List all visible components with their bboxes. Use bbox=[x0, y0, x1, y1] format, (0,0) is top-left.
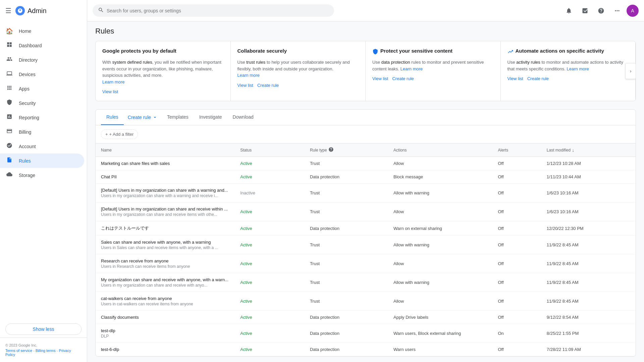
sidebar-item-label: Security bbox=[19, 101, 36, 106]
view-list-link[interactable]: View list bbox=[507, 76, 523, 81]
account-icon bbox=[5, 142, 13, 150]
sidebar-item-label: Directory bbox=[19, 57, 38, 63]
admin-logo[interactable]: Admin bbox=[15, 6, 47, 15]
admin-help-button[interactable] bbox=[578, 4, 592, 17]
table-row[interactable]: cat-walkers can receive from anyone User… bbox=[96, 292, 636, 311]
cell-alerts: Off bbox=[498, 280, 547, 285]
card-title: Collaborate securely bbox=[237, 48, 287, 54]
sidebar-item-billing[interactable]: Billing bbox=[0, 125, 84, 139]
sidebar-footer: © 2023 Google Inc. Terms of service - Bi… bbox=[0, 338, 87, 362]
apps-button[interactable] bbox=[610, 4, 624, 17]
sidebar-item-devices[interactable]: Devices bbox=[0, 67, 84, 81]
card-title: Protect your sensitive content bbox=[380, 48, 452, 54]
show-less-button[interactable]: Show less bbox=[5, 323, 82, 335]
view-list-link[interactable]: View list bbox=[372, 76, 388, 81]
directory-icon bbox=[5, 56, 13, 64]
cell-rule-type: Trust bbox=[310, 299, 393, 304]
tab-download[interactable]: Download bbox=[227, 110, 259, 125]
sidebar-item-directory[interactable]: Directory bbox=[0, 53, 84, 67]
search-bar[interactable] bbox=[93, 4, 334, 17]
cell-alerts: On bbox=[498, 331, 547, 336]
cell-status: Active bbox=[240, 261, 310, 266]
table-row[interactable]: これはテストルールです Active Data protection Warn … bbox=[96, 221, 636, 236]
card-title: Google protects you by default bbox=[102, 48, 176, 54]
search-input[interactable] bbox=[107, 8, 329, 13]
terms-of-service-link[interactable]: Terms of service bbox=[5, 349, 32, 353]
learn-more-link[interactable]: Learn more bbox=[102, 79, 124, 84]
cell-alerts: Off bbox=[498, 190, 547, 195]
sidebar-item-apps[interactable]: Apps bbox=[0, 81, 84, 96]
table-row[interactable]: Research can receive from anyone Users i… bbox=[96, 254, 636, 273]
help-button[interactable] bbox=[594, 4, 608, 17]
tab-create-rule[interactable]: Create rule bbox=[124, 113, 162, 122]
col-last-modified[interactable]: Last modified ↓ bbox=[547, 147, 630, 153]
cell-last-modified: 11/9/22 8:45 AM bbox=[547, 261, 630, 266]
cell-alerts: Off bbox=[498, 174, 547, 179]
learn-more-link[interactable]: Learn more bbox=[237, 73, 260, 78]
sidebar-item-home[interactable]: 🏠 Home bbox=[0, 24, 84, 38]
devices-icon bbox=[5, 70, 13, 78]
sidebar-item-security[interactable]: Security bbox=[0, 96, 84, 110]
menu-icon[interactable]: ☰ bbox=[5, 7, 11, 15]
cell-alerts: Off bbox=[498, 226, 547, 231]
sort-desc-icon: ↓ bbox=[572, 147, 574, 153]
col-status: Status bbox=[240, 147, 310, 153]
col-rule-type: Rule type bbox=[310, 147, 393, 153]
create-rule-link[interactable]: Create rule bbox=[257, 83, 279, 88]
sidebar: ☰ Admin 🏠 Home Dashboard bbox=[0, 0, 87, 362]
table-row[interactable]: Classify documents Active Data protectio… bbox=[96, 311, 636, 324]
table-header: Name Status Rule type Actions Alerts bbox=[96, 143, 636, 157]
cell-status: Active bbox=[240, 209, 310, 214]
cell-rule-type: Data protection bbox=[310, 331, 393, 336]
table-row[interactable]: Chat PII Active Data protection Block me… bbox=[96, 170, 636, 184]
sidebar-item-label: Rules bbox=[19, 158, 31, 164]
user-avatar[interactable]: A bbox=[627, 5, 639, 17]
view-list-link[interactable]: View list bbox=[102, 89, 118, 94]
cell-status: Active bbox=[240, 242, 310, 247]
cell-actions: Warn users, Block external sharing bbox=[393, 331, 498, 336]
table-row[interactable]: [Default] Users in my organization can s… bbox=[96, 184, 636, 202]
cell-name: test-dlp DLP bbox=[101, 328, 240, 339]
table-row[interactable]: [Default] Users in my organization can s… bbox=[96, 202, 636, 221]
cell-rule-type: Trust bbox=[310, 209, 393, 214]
view-list-link[interactable]: View list bbox=[237, 83, 253, 88]
sidebar-item-dashboard[interactable]: Dashboard bbox=[0, 38, 84, 53]
create-rule-link[interactable]: Create rule bbox=[527, 76, 549, 81]
table-row[interactable]: test-6-dlp Active Data protection Warn u… bbox=[96, 343, 636, 356]
notifications-button[interactable] bbox=[562, 4, 576, 17]
add-filter-button[interactable]: + + Add a filter bbox=[101, 129, 138, 139]
table-row[interactable]: Sales can share and receive with anyone,… bbox=[96, 236, 636, 254]
search-icon bbox=[98, 7, 104, 14]
cell-alerts: Off bbox=[498, 242, 547, 247]
cards-next-button[interactable]: › bbox=[625, 63, 636, 79]
tab-rules[interactable]: Rules bbox=[101, 110, 124, 125]
learn-more-link[interactable]: Learn more bbox=[400, 66, 423, 71]
learn-more-link[interactable]: Learn more bbox=[567, 66, 589, 71]
sidebar-item-rules[interactable]: Rules bbox=[0, 154, 84, 168]
tab-investigate[interactable]: Investigate bbox=[194, 110, 227, 125]
table-row[interactable]: Marketing can share files with sales Act… bbox=[96, 157, 636, 170]
cell-actions: Warn users bbox=[393, 347, 498, 352]
billing-terms-link[interactable]: Billing terms bbox=[36, 349, 56, 353]
main-content: A Rules Google protects you by default W… bbox=[87, 0, 644, 362]
cell-name: Chat PII bbox=[101, 174, 240, 179]
cell-last-modified: 1/6/23 10:16 AM bbox=[547, 209, 630, 214]
table-row[interactable]: My organization can share and receive wi… bbox=[96, 273, 636, 292]
info-card-activity: Automate actions on specific activity Us… bbox=[501, 41, 636, 101]
cell-actions: Allow with warning bbox=[393, 190, 498, 195]
sidebar-item-label: Home bbox=[19, 28, 31, 34]
create-rule-link[interactable]: Create rule bbox=[392, 76, 414, 81]
cell-last-modified: 9/12/22 8:54 AM bbox=[547, 315, 630, 320]
sidebar-nav: 🏠 Home Dashboard Directory Devices Ap bbox=[0, 21, 87, 321]
table-row[interactable]: test-dlp DLP Active Data protection Warn… bbox=[96, 324, 636, 343]
sidebar-item-account[interactable]: Account bbox=[0, 139, 84, 154]
sidebar-item-storage[interactable]: Storage bbox=[0, 168, 84, 182]
cell-last-modified: 12/20/22 12:30 PM bbox=[547, 226, 630, 231]
info-cards: Google protects you by default With syst… bbox=[95, 41, 636, 101]
card-actions: View list Create rule bbox=[507, 76, 629, 81]
tab-templates[interactable]: Templates bbox=[162, 110, 194, 125]
sidebar-item-reporting[interactable]: Reporting bbox=[0, 110, 84, 125]
info-card-system-defined: Google protects you by default With syst… bbox=[96, 41, 231, 101]
cell-alerts: Off bbox=[498, 347, 547, 352]
help-icon[interactable] bbox=[328, 147, 334, 153]
